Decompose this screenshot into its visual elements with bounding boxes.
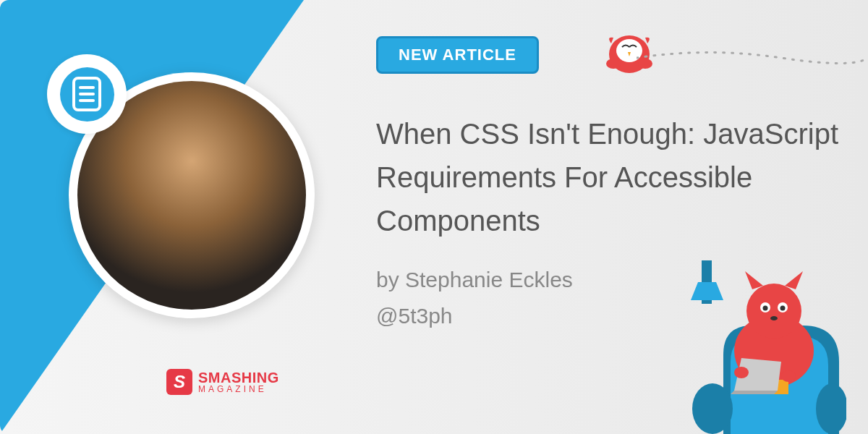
- svg-point-13: [746, 284, 801, 339]
- svg-point-11: [816, 383, 846, 434]
- brand-logo-mark: S: [166, 369, 192, 395]
- document-badge-inner: [60, 67, 114, 122]
- svg-point-22: [734, 367, 749, 378]
- cat-mascot-icon: [658, 246, 846, 434]
- svg-point-18: [763, 306, 768, 311]
- svg-point-19: [780, 306, 786, 311]
- brand-name-sub: MAGAZINE: [198, 385, 279, 393]
- document-badge: [47, 54, 127, 134]
- svg-point-7: [606, 59, 621, 69]
- brand-text: SMASHING MAGAZINE: [198, 370, 279, 393]
- svg-point-20: [770, 316, 778, 320]
- document-icon: [72, 77, 101, 111]
- new-article-badge: NEW ARTICLE: [376, 36, 539, 74]
- svg-point-23: [781, 370, 796, 382]
- svg-marker-15: [785, 271, 803, 289]
- brand-name-main: SMASHING: [198, 370, 279, 385]
- article-title: When CSS Isn't Enough: JavaScript Requir…: [376, 112, 839, 242]
- brand-logo-block: S SMASHING MAGAZINE: [166, 369, 279, 395]
- svg-point-10: [692, 383, 733, 434]
- dotted-trail: [637, 43, 868, 72]
- author-handle: @5t3ph: [376, 304, 453, 328]
- article-byline: by Stephanie Eckles: [376, 268, 573, 292]
- svg-marker-14: [745, 271, 763, 289]
